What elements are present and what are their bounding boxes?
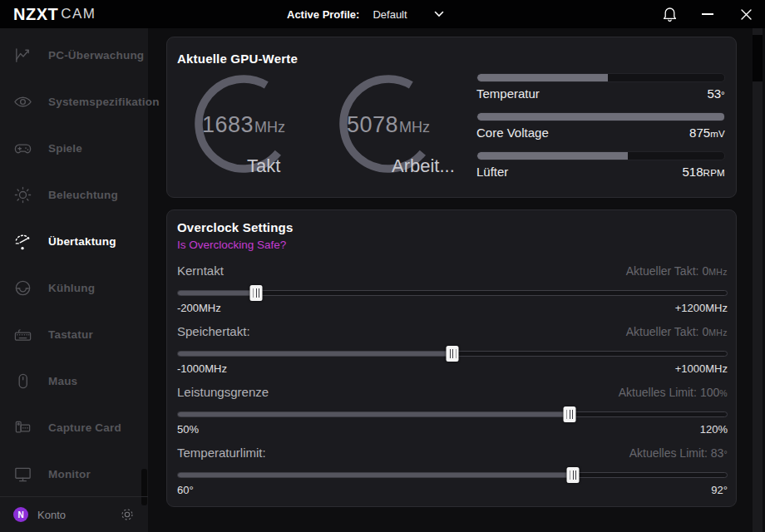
slider-speichertakt: Speichertakt: Aktueller Takt:0MHz -1000M… — [177, 324, 728, 376]
kerntakt-slider-track[interactable] — [177, 290, 728, 296]
minimize-button[interactable] — [688, 0, 727, 28]
slider-min-label: 60° — [177, 484, 194, 496]
slider-kerntakt: Kerntakt Aktueller Takt:0MHz -200MHz +12… — [177, 264, 728, 315]
gamepad-icon — [13, 137, 32, 159]
gpu-stat-core-voltage: Core Voltage 875mV — [476, 112, 725, 140]
gpu-panel-title: Aktuelle GPU-Werte — [177, 52, 298, 66]
temperaturlimit-slider-handle[interactable] — [566, 467, 579, 483]
sidebar-item-label: Übertaktung — [48, 235, 116, 248]
slider-max-label: +1000MHz — [675, 362, 728, 375]
gpu-stat-temperatur: Temperatur 53° — [476, 73, 725, 101]
bar-track — [476, 112, 725, 121]
account-row[interactable]: N Konto — [0, 496, 148, 532]
sidebar-item-label: Tastatur — [48, 328, 93, 341]
sidebar-item-spiele[interactable]: Spiele — [0, 125, 148, 171]
monitor-icon — [13, 463, 32, 485]
sidebar-item-pc-ueberwachung[interactable]: PC-Überwachung — [0, 32, 148, 78]
slider-label: Temperaturlimit: — [177, 446, 266, 460]
eye-icon — [13, 91, 32, 112]
main-scrollbar[interactable] — [753, 28, 763, 532]
sidebar-item-systemspezifikation[interactable]: Systemspezifikation — [0, 78, 148, 125]
sidebar-item-label: Kühlung — [48, 282, 95, 294]
brightness-sun-icon — [13, 184, 32, 205]
gpu-stat-bars: Temperatur 53° Core Voltage 875mV Lüft — [476, 37, 725, 199]
slider-fill — [178, 412, 570, 416]
bar-track — [476, 151, 725, 160]
logo-nzxt: NZXT — [13, 5, 58, 24]
titlebar: NZXT CAM Active Profile: Default — [0, 0, 765, 28]
close-button[interactable] — [727, 0, 765, 28]
gauge-takt: 1683MHz Takt — [194, 74, 294, 199]
bar-fill — [477, 152, 628, 160]
sidebar-item-label: Spiele — [48, 142, 82, 155]
window-controls — [650, 0, 765, 28]
slider-current-value: Aktuelles Limit:83° — [629, 446, 728, 460]
overclocking-safe-link[interactable]: Is Overclocking Safe? — [177, 239, 286, 251]
sidebar-nav: PC-Überwachung Systemspezifikation — [0, 32, 148, 497]
sidebar-item-label: Maus — [48, 375, 77, 387]
avatar[interactable]: N — [13, 507, 28, 522]
slider-label: Speichertakt: — [177, 324, 250, 338]
active-profile-label: Active Profile: — [287, 8, 359, 21]
sidebar-item-label: Capture Card — [48, 421, 121, 434]
account-label: Konto — [37, 509, 120, 521]
notifications-button[interactable] — [650, 0, 688, 28]
nzxt-cam-logo: NZXT CAM — [13, 0, 96, 28]
gauge-value: 1683MHz — [194, 112, 294, 138]
gauge-arbeitsspeicher: 5078MHz Arbeit... — [338, 74, 438, 199]
sidebar-item-label: Beleuchtung — [48, 189, 118, 201]
gauge-label: Takt — [247, 155, 280, 177]
slider-temperaturlimit: Temperaturlimit: Aktuelles Limit:83° 60°… — [177, 446, 728, 497]
sidebar-item-maus[interactable]: Maus — [0, 357, 148, 404]
speichertakt-slider-track[interactable] — [177, 351, 728, 357]
bar-label: Core Voltage — [476, 126, 549, 140]
sidebar-item-monitor[interactable]: Monitor — [0, 451, 148, 497]
slider-current-value: Aktueller Takt:0MHz — [626, 264, 728, 278]
bar-fill — [477, 74, 608, 81]
gauge-value: 5078MHz — [338, 112, 438, 138]
chevron-down-icon — [434, 11, 444, 17]
slider-max-label: 120% — [700, 423, 728, 436]
sidebar-item-beleuchtung[interactable]: Beleuchtung — [0, 171, 148, 218]
capture-card-icon — [13, 416, 32, 438]
sidebar-item-label: Systemspezifikation — [48, 96, 160, 108]
gauge-label: Arbeit... — [392, 155, 455, 177]
sidebar-item-kuehlung[interactable]: Kühlung — [0, 264, 148, 311]
bar-fill — [477, 113, 724, 121]
close-icon — [741, 9, 752, 20]
temperaturlimit-slider-track[interactable] — [177, 472, 728, 478]
sidebar-item-capture-card[interactable]: Capture Card — [0, 404, 148, 451]
keyboard-icon — [13, 323, 32, 345]
overclock-settings-panel: Overclock Settings Is Overclocking Safe?… — [166, 209, 737, 507]
chart-monitoring-icon — [13, 44, 32, 66]
bar-track — [476, 73, 725, 82]
leistungsgrenze-slider-handle[interactable] — [564, 406, 576, 422]
sidebar-item-uebertaktung[interactable]: Übertaktung — [0, 218, 148, 264]
mouse-icon — [13, 370, 32, 392]
slider-min-label: -200MHz — [177, 302, 221, 314]
overclock-panel-title: Overclock Settings — [177, 220, 294, 234]
slider-min-label: 50% — [177, 423, 199, 436]
sidebar: PC-Überwachung Systemspezifikation — [0, 28, 148, 532]
main-scrollbar-thumb[interactable] — [753, 35, 763, 81]
kerntakt-slider-handle[interactable] — [250, 285, 263, 301]
slider-current-value: Aktuelles Limit:100% — [619, 386, 728, 399]
slider-fill — [178, 352, 452, 356]
leistungsgrenze-slider-track[interactable] — [177, 411, 728, 417]
active-profile-dropdown[interactable]: Default — [373, 8, 443, 21]
sidebar-item-label: Monitor — [48, 468, 91, 480]
bar-value: 875mV — [689, 126, 725, 140]
nzxt-cam-window: NZXT CAM Active Profile: Default — [0, 0, 765, 532]
sidebar-item-label: PC-Überwachung — [48, 49, 144, 62]
slider-fill — [178, 473, 573, 477]
speichertakt-slider-handle[interactable] — [447, 346, 459, 362]
gpu-values-panel: Aktuelle GPU-Werte 1683MHz Takt 5078MHz … — [166, 37, 737, 198]
sidebar-item-tastatur[interactable]: Tastatur — [0, 311, 148, 357]
settings-gear-icon[interactable] — [120, 507, 135, 522]
slider-min-label: -1000MHz — [177, 362, 227, 375]
slider-max-label: 92° — [711, 484, 728, 496]
slider-fill — [178, 291, 256, 295]
cooling-icon — [13, 277, 32, 298]
bar-value: 53° — [707, 86, 725, 101]
slider-label: Kerntakt — [177, 264, 224, 278]
